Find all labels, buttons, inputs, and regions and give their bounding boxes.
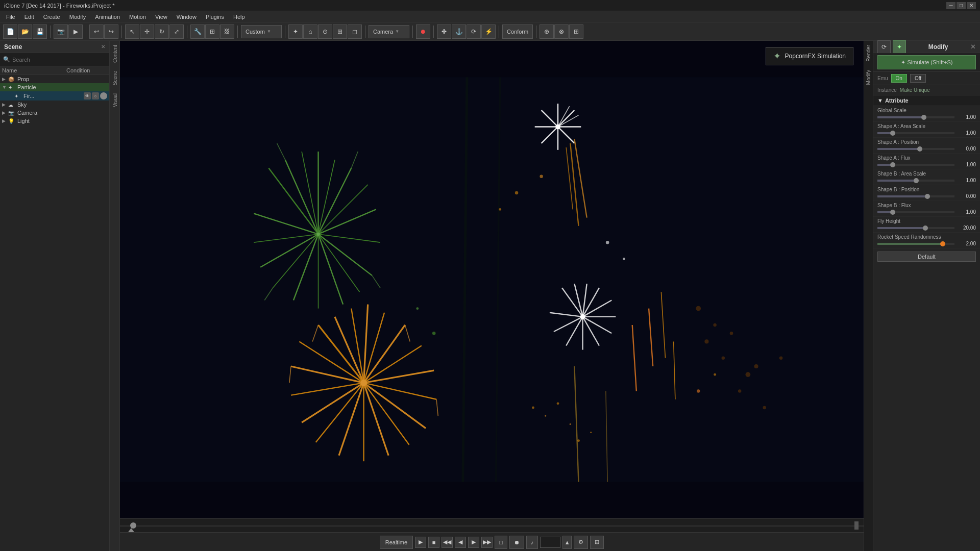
layout-dropdown[interactable]: Custom ▼ (241, 25, 282, 38)
scrubber-end[interactable] (854, 521, 859, 530)
undo-button[interactable]: ↩ (89, 24, 104, 39)
stop-button[interactable]: ■ (428, 537, 439, 548)
modify-close-button[interactable]: ✕ (970, 43, 976, 51)
scale-button[interactable]: ⤢ (169, 24, 184, 39)
close-button[interactable]: ✕ (967, 2, 976, 9)
realtime-button[interactable]: Realtime (380, 536, 413, 549)
menu-edit[interactable]: Edit (20, 11, 38, 22)
grid-btn[interactable]: ⊞ (333, 24, 347, 39)
tree-item-particle[interactable]: ▼ ✦ Particle (0, 83, 109, 91)
align-button[interactable]: ⊞ (205, 24, 219, 39)
on-button[interactable]: On (891, 74, 907, 83)
menu-help[interactable]: Help (229, 11, 249, 22)
viewport-btn[interactable]: □ (495, 536, 507, 549)
redo-button[interactable]: ↪ (104, 24, 118, 39)
scrubber-triangle[interactable] (128, 528, 134, 532)
off-button[interactable]: Off (910, 74, 926, 83)
select-button[interactable]: ↖ (125, 24, 139, 39)
tree-item-camera[interactable]: ▶ 📷 Camera (0, 109, 109, 117)
screenshot-button[interactable]: 📷 (54, 24, 68, 39)
tree-item-prop[interactable]: ▶ 📦 Prop (0, 75, 109, 83)
attr-shape-a-area-slider[interactable] (877, 132, 954, 134)
record2-btn[interactable]: ⏺ (509, 536, 524, 549)
conform-button[interactable]: Conform (502, 24, 533, 39)
step-forward-button[interactable]: ▶ (468, 537, 479, 548)
attr-shape-b-area-slider[interactable] (877, 180, 954, 182)
visual-tab[interactable]: Visual (110, 89, 120, 111)
ik-btn[interactable]: ⚓ (452, 24, 466, 39)
snap-button[interactable]: 🔧 (190, 24, 205, 39)
scene-tab[interactable]: Scene (110, 67, 120, 89)
tree-item-light[interactable]: ▶ 💡 Light (0, 117, 109, 125)
open-button[interactable]: 📂 (18, 24, 32, 39)
scene-close-button[interactable]: ✕ (101, 44, 105, 49)
audio-btn[interactable]: ♪ (526, 536, 538, 549)
step-back-button[interactable]: ◀ (455, 537, 466, 548)
scrubber-handle[interactable] (130, 522, 136, 529)
bones-btn[interactable]: ✤ (437, 24, 451, 39)
menu-modify[interactable]: Modify (65, 11, 90, 22)
layout-dropdown-label: Custom (246, 29, 265, 35)
mod-btn-1[interactable]: ⟳ (877, 40, 891, 54)
vis-icon[interactable]: 👁 (84, 92, 91, 99)
attr-rocket-speed-slider[interactable] (877, 243, 954, 245)
attr-global-scale-slider[interactable] (877, 116, 954, 118)
attr-shape-a-pos-slider[interactable] (877, 148, 954, 150)
content-tab[interactable]: Content (110, 41, 120, 67)
attr-shape-b-flux-slider[interactable] (877, 211, 954, 213)
menu-create[interactable]: Create (39, 11, 64, 22)
home-btn[interactable]: ⌂ (303, 24, 317, 39)
menu-motion[interactable]: Motion (125, 11, 150, 22)
extra-btn1[interactable]: ⊕ (540, 24, 554, 39)
popcornfx-overlay: ✦ PopcornFX Simulation (766, 47, 853, 65)
attr-shape-a-flux-slider[interactable] (877, 164, 954, 166)
rewind-button[interactable]: ◀◀ (442, 537, 453, 548)
minimize-button[interactable]: ─ (946, 2, 955, 9)
viewport[interactable]: ✦ PopcornFX Simulation (120, 41, 864, 518)
render-tab[interactable]: Render (864, 41, 873, 66)
move-button[interactable]: ✛ (140, 24, 154, 39)
display-btn[interactable]: ◻ (348, 24, 362, 39)
maximize-button[interactable]: □ (957, 2, 966, 9)
tree-item-fireworks[interactable]: ✦ Fir... 👁 ○ (0, 91, 109, 101)
link-button[interactable]: ⛓ (220, 24, 234, 39)
attr-shape-b-pos-slider[interactable] (877, 195, 954, 197)
camera-dropdown-arrow: ▼ (395, 29, 399, 34)
menu-window[interactable]: Window (173, 11, 201, 22)
menu-animation[interactable]: Animation (91, 11, 124, 22)
search-input[interactable] (12, 57, 106, 63)
make-unique-button[interactable]: Make Unique (900, 87, 930, 93)
play-button[interactable]: ▶ (415, 537, 426, 548)
attribute-collapse-icon[interactable]: ▼ (877, 97, 883, 104)
record-button[interactable]: ⏺ (416, 24, 430, 39)
menu-file[interactable]: File (2, 11, 19, 22)
morph-btn[interactable]: ⟳ (467, 24, 481, 39)
frame-input[interactable]: 1 (540, 537, 560, 548)
tree-item-sky[interactable]: ▶ ☁ Sky (0, 101, 109, 109)
rotate-button[interactable]: ↻ (155, 24, 169, 39)
scene-tree: ▶ 📦 Prop ▼ ✦ Particle ✦ Fir... 👁 ○ (0, 75, 109, 551)
simulate-button[interactable]: ✦ Simulate (Shift+S) (877, 55, 976, 69)
physics-btn[interactable]: ⚡ (481, 24, 496, 39)
mod-btn-2[interactable]: ✦ (893, 40, 906, 54)
camera-dropdown[interactable]: Camera ▼ (369, 25, 409, 38)
mode-icon[interactable] (100, 92, 107, 99)
new-button[interactable]: 📄 (3, 24, 17, 39)
save-button[interactable]: 💾 (33, 24, 47, 39)
render-button[interactable]: ▶ (68, 24, 83, 39)
frame-up-button[interactable]: ▲ (562, 536, 572, 549)
attr-fly-height-slider[interactable] (877, 227, 954, 229)
timeline-btn[interactable]: ⊞ (590, 536, 604, 549)
light-btn[interactable]: ✦ (288, 24, 303, 39)
lock-icon[interactable]: ○ (92, 92, 99, 99)
default-button[interactable]: Default (877, 252, 976, 262)
modify-tab[interactable]: Modify (864, 66, 873, 89)
viewport-area: ✦ PopcornFX Simulation Realtime ▶ ■ ◀◀ ◀… (120, 41, 864, 551)
menu-plugins[interactable]: Plugins (202, 11, 228, 22)
extra-btn2[interactable]: ⊗ (554, 24, 569, 39)
extra-btn3[interactable]: ⊞ (569, 24, 583, 39)
menu-view[interactable]: View (151, 11, 172, 22)
settings-btn[interactable]: ⚙ (574, 536, 588, 549)
camera2-btn[interactable]: ⊙ (318, 24, 332, 39)
fast-forward-button[interactable]: ▶▶ (481, 537, 493, 548)
